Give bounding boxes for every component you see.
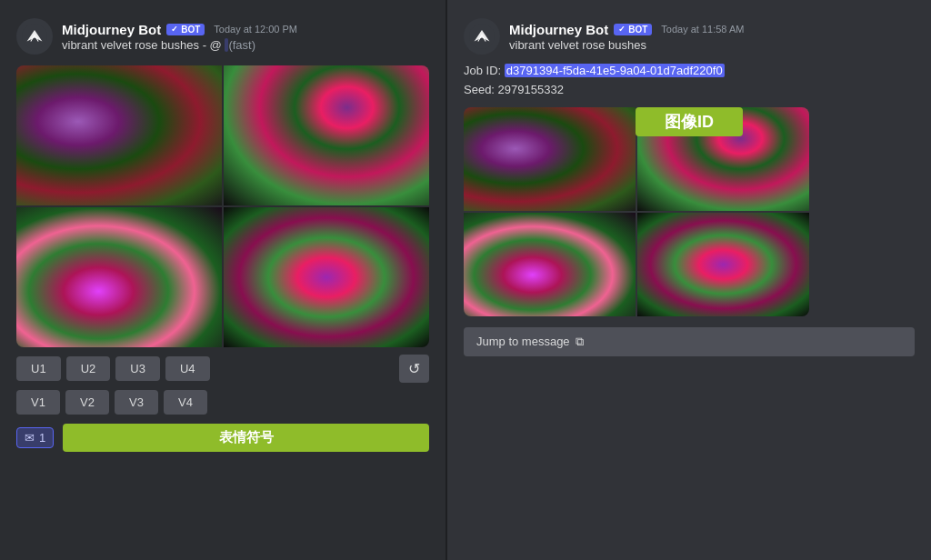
seed-line: Seed: 2979155332 bbox=[464, 81, 915, 100]
left-header-top: Midjourney Bot ✓ BOT Today at 12:00 PM bbox=[62, 22, 297, 37]
right-badge-label: BOT bbox=[628, 25, 647, 35]
app-container: Midjourney Bot ✓ BOT Today at 12:00 PM v… bbox=[0, 0, 931, 560]
u3-button[interactable]: U3 bbox=[115, 356, 160, 381]
u4-button[interactable]: U4 bbox=[165, 356, 210, 381]
left-bot-badge: ✓ BOT bbox=[166, 24, 205, 35]
right-header-info: Midjourney Bot ✓ BOT Today at 11:58 AM v… bbox=[509, 22, 744, 52]
annotation-label: 图像ID bbox=[636, 107, 743, 136]
u1-button[interactable]: U1 bbox=[16, 356, 61, 381]
emoji-icon: ✉ bbox=[25, 431, 35, 445]
v4-button[interactable]: V4 bbox=[164, 390, 207, 415]
right-message-header: Midjourney Bot ✓ BOT Today at 11:58 AM v… bbox=[464, 18, 915, 55]
job-id-label: Job ID: bbox=[464, 64, 501, 77]
left-panel: Midjourney Bot ✓ BOT Today at 12:00 PM v… bbox=[0, 0, 445, 560]
right-badge-check: ✓ bbox=[618, 25, 626, 34]
emoji-bar: ✉ 1 表情符号 bbox=[16, 424, 429, 452]
v2-button[interactable]: V2 bbox=[65, 390, 109, 415]
left-bot-name: Midjourney Bot bbox=[62, 22, 161, 37]
refresh-button[interactable]: ↺ bbox=[399, 355, 429, 383]
right-timestamp: Today at 11:58 AM bbox=[661, 24, 744, 35]
right-image-grid bbox=[464, 107, 809, 316]
left-timestamp: Today at 12:00 PM bbox=[214, 24, 297, 35]
jump-label: Jump to message bbox=[476, 335, 570, 348]
emoji-reaction[interactable]: ✉ 1 bbox=[16, 427, 54, 448]
right-bot-name: Midjourney Bot bbox=[509, 22, 608, 37]
seed-value: 2979155332 bbox=[498, 83, 564, 96]
v1-button[interactable]: V1 bbox=[16, 390, 60, 415]
left-image-grid bbox=[16, 65, 429, 347]
fast-tag: (fast) bbox=[228, 38, 255, 52]
jump-icon: ⧉ bbox=[576, 335, 584, 349]
left-badge-check: ✓ bbox=[171, 25, 178, 34]
right-image-cell-3 bbox=[464, 213, 636, 316]
right-subtitle: vibrant velvet rose bushes bbox=[509, 38, 744, 52]
upscale-button-row: U1 U2 U3 U4 ↺ bbox=[16, 355, 429, 383]
left-image-container bbox=[16, 58, 429, 347]
seed-label: Seed: bbox=[464, 83, 495, 96]
left-badge-label: BOT bbox=[181, 25, 200, 35]
right-header-top: Midjourney Bot ✓ BOT Today at 11:58 AM bbox=[509, 22, 744, 37]
job-info: Job ID: d3791394-f5da-41e5-9a04-01d7adf2… bbox=[464, 62, 915, 100]
left-header-info: Midjourney Bot ✓ BOT Today at 12:00 PM v… bbox=[62, 22, 297, 52]
v3-button[interactable]: V3 bbox=[115, 390, 158, 415]
image-cell-3 bbox=[16, 207, 222, 347]
emoji-count-value: 1 bbox=[39, 431, 45, 445]
right-image-cell-4 bbox=[637, 213, 809, 316]
right-image-cell-1 bbox=[464, 107, 636, 211]
left-message-header: Midjourney Bot ✓ BOT Today at 12:00 PM v… bbox=[16, 18, 429, 55]
avatar bbox=[16, 18, 53, 55]
job-id-value[interactable]: d3791394-f5da-41e5-9a04-01d7adf220f0 bbox=[505, 64, 725, 77]
right-avatar bbox=[464, 18, 500, 55]
image-cell-2 bbox=[224, 65, 429, 205]
right-panel: Midjourney Bot ✓ BOT Today at 11:58 AM v… bbox=[447, 0, 931, 560]
left-subtitle: vibrant velvet rose bushes - @ (fast) bbox=[62, 38, 297, 52]
right-bot-badge: ✓ BOT bbox=[614, 24, 652, 35]
image-cell-1 bbox=[16, 65, 222, 205]
right-image-container: 图像ID bbox=[464, 100, 915, 316]
u2-button[interactable]: U2 bbox=[66, 356, 111, 381]
job-id-line: Job ID: d3791394-f5da-41e5-9a04-01d7adf2… bbox=[464, 62, 915, 81]
jump-to-message-button[interactable]: Jump to message ⧉ bbox=[464, 327, 915, 356]
variation-button-row: V1 V2 V3 V4 bbox=[16, 390, 429, 415]
emoji-label-button[interactable]: 表情符号 bbox=[63, 424, 429, 452]
image-cell-4 bbox=[224, 207, 429, 347]
